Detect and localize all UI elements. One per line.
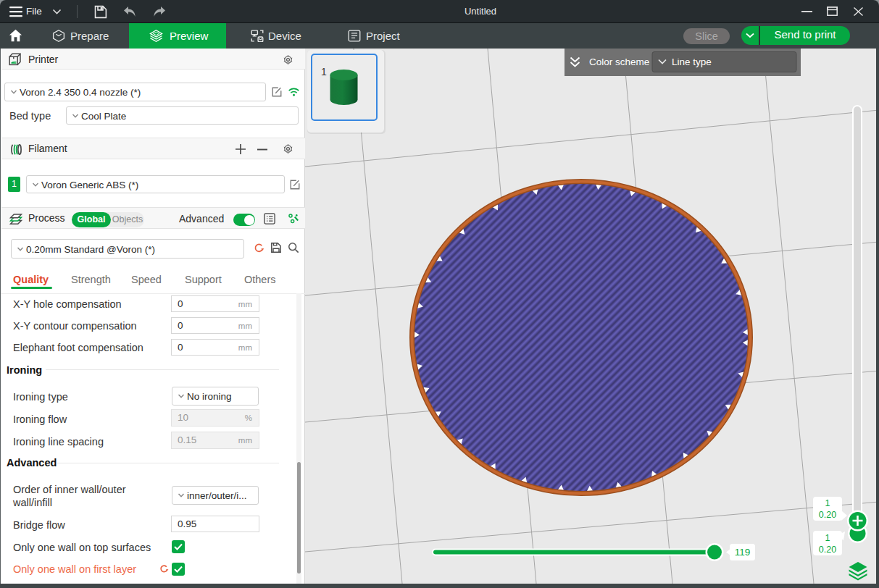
svg-text:0.20: 0.20 [819, 545, 836, 555]
svg-text:Line type: Line type [672, 56, 712, 67]
svg-text:Color scheme: Color scheme [589, 56, 649, 67]
svg-text:0.20: 0.20 [819, 510, 836, 520]
svg-text:1: 1 [825, 498, 830, 508]
svg-text:119: 119 [735, 547, 751, 558]
svg-text:1: 1 [321, 66, 327, 77]
svg-text:1: 1 [825, 533, 830, 543]
